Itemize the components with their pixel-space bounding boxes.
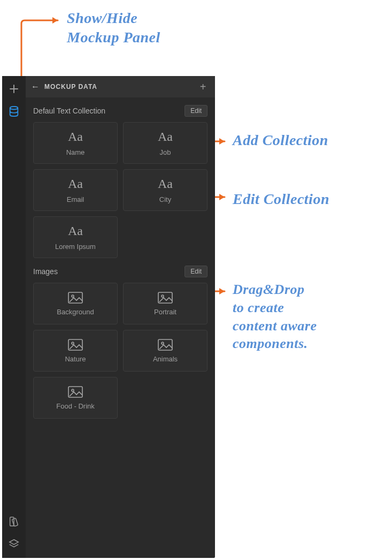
svg-point-14	[162, 295, 164, 297]
tile-text[interactable]: Aa Job	[123, 122, 207, 164]
text-icon: Aa	[158, 130, 173, 144]
tile-label: Lorem Ipsum	[55, 243, 96, 251]
tile-text[interactable]: Aa Email	[33, 169, 118, 211]
tool-rail	[2, 76, 26, 558]
mockup-data-toggle-button[interactable]	[4, 102, 24, 121]
layers-button[interactable]	[4, 534, 24, 554]
section-title-images: Images	[33, 267, 58, 276]
tile-image[interactable]: Nature	[33, 330, 118, 372]
text-icon: Aa	[158, 177, 173, 191]
annotation-show-hide: Show/Hide Mockup Panel	[67, 9, 160, 48]
tile-image[interactable]: Animals	[123, 330, 207, 372]
edit-text-collection-button[interactable]: Edit	[185, 105, 207, 117]
tile-label: Portrait	[154, 308, 176, 316]
layers-icon	[8, 538, 20, 550]
svg-marker-1	[52, 17, 58, 24]
tile-image[interactable]: Food - Drink	[33, 377, 118, 419]
tile-label: Background	[57, 308, 94, 316]
tile-text[interactable]: Aa Lorem Ipsum	[33, 216, 118, 258]
add-collection-button[interactable]: +	[197, 80, 210, 93]
svg-point-16	[72, 342, 74, 344]
tile-label: Email	[67, 195, 84, 203]
text-icon: Aa	[68, 177, 83, 191]
panel-title: MOCKUP DATA	[44, 83, 97, 90]
swatch-icon	[8, 516, 20, 527]
section-title-text: Defaul Text Collection	[33, 107, 105, 115]
image-icon	[68, 339, 83, 351]
svg-point-18	[162, 342, 164, 344]
annotation-add-collection: Add Collection	[233, 131, 328, 150]
svg-marker-7	[219, 288, 225, 294]
svg-marker-3	[219, 138, 225, 145]
svg-marker-5	[219, 194, 225, 200]
tile-label: Nature	[65, 355, 86, 363]
image-icon	[158, 292, 173, 304]
image-icon	[158, 339, 173, 351]
tile-label: Name	[66, 148, 85, 156]
back-button[interactable]: ←	[31, 82, 40, 92]
components-button[interactable]	[4, 512, 24, 531]
tile-label: Job	[160, 148, 171, 156]
panel-header: ← MOCKUP DATA +	[26, 76, 215, 97]
svg-point-12	[72, 295, 74, 297]
image-icon	[68, 292, 83, 304]
svg-point-20	[72, 389, 74, 391]
add-tool-button[interactable]	[4, 79, 24, 99]
plus-icon	[9, 84, 19, 94]
tile-text[interactable]: Aa Name	[33, 122, 118, 164]
svg-point-8	[10, 107, 18, 110]
tile-label: City	[159, 195, 171, 203]
image-icon	[68, 386, 83, 398]
text-icon: Aa	[68, 130, 83, 144]
annotation-edit-collection: Edit Collection	[233, 190, 329, 209]
tile-image[interactable]: Background	[33, 283, 118, 324]
database-icon	[8, 105, 20, 117]
text-icon: Aa	[68, 224, 83, 238]
edit-images-collection-button[interactable]: Edit	[185, 266, 207, 277]
tile-label: Food - Drink	[56, 402, 95, 410]
tile-image[interactable]: Portrait	[123, 283, 207, 324]
tile-label: Animals	[153, 355, 178, 363]
mockup-panel: ← MOCKUP DATA + Defaul Text Collection E…	[2, 76, 215, 558]
tile-text[interactable]: Aa City	[123, 169, 207, 211]
svg-rect-10	[12, 518, 18, 526]
annotation-drag-drop: Drag&Drop to create content aware compon…	[233, 281, 317, 353]
